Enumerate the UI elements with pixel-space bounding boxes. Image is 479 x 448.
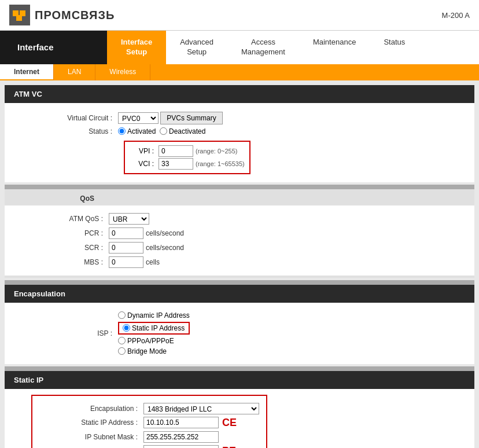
isp-bridge-label[interactable]: Bridge Mode bbox=[118, 347, 190, 355]
scr-row: SCR : cells/second bbox=[5, 242, 474, 254]
vpi-input[interactable] bbox=[159, 145, 193, 157]
virtual-circuit-label: Virtual Circuit : bbox=[14, 114, 118, 122]
isp-row: ISP : Dynamic IP Address Static IP Addre… bbox=[14, 311, 465, 355]
pvcs-summary-button[interactable]: PVCs Summary bbox=[160, 112, 222, 124]
mbs-label: MBS : bbox=[5, 258, 109, 266]
nav-bar: Interface Interface Setup AdvancedSetup … bbox=[0, 31, 479, 80]
isp-label: ISP : bbox=[14, 329, 118, 337]
atm-qos-label: ATM QoS : bbox=[5, 215, 109, 223]
content: ATM VC Virtual Circuit : PVC0 PVCs Summa… bbox=[0, 80, 479, 448]
isp-static-ip-label[interactable]: Static IP Address bbox=[118, 322, 190, 335]
isp-pppoa-label[interactable]: PPPoA/PPPoE bbox=[118, 337, 190, 345]
tab-maintenance[interactable]: Maintenance bbox=[299, 31, 370, 64]
virtual-circuit-row: Virtual Circuit : PVC0 PVCs Summary bbox=[14, 112, 465, 124]
virtual-circuit-select[interactable]: PVC0 bbox=[118, 112, 159, 124]
tab-advanced-setup[interactable]: AdvancedSetup bbox=[166, 31, 227, 64]
header: ПРОМСВЯЗЬ M-200 A bbox=[0, 0, 479, 31]
isp-dynamic-ip-label[interactable]: Dynamic IP Address bbox=[118, 311, 190, 320]
status-label: Status : bbox=[14, 127, 118, 135]
isp-pppoa-radio[interactable] bbox=[118, 337, 126, 344]
tab-status[interactable]: Status bbox=[370, 31, 419, 64]
isp-bridge-radio[interactable] bbox=[118, 347, 126, 355]
static-ip-header: Static IP bbox=[5, 371, 474, 389]
status-row: Status : Activated Deactivated bbox=[14, 127, 465, 135]
pcr-row: PCR : cells/second bbox=[5, 227, 474, 239]
static-ip-address-input[interactable] bbox=[143, 417, 219, 428]
isp-static-ip-radio[interactable] bbox=[123, 324, 130, 332]
qos-body: QoS ATM QoS : UBR CBR VBR PCR : cells/se… bbox=[5, 189, 474, 278]
vci-row: VCI : (range: 1~65535) bbox=[130, 158, 245, 170]
sub-nav-internet[interactable]: Internet bbox=[0, 64, 54, 80]
nav-section-label: Interface bbox=[0, 31, 107, 64]
pcr-label: PCR : bbox=[5, 229, 109, 237]
mbs-input[interactable] bbox=[109, 256, 143, 268]
gateway-input[interactable] bbox=[143, 445, 219, 448]
tab-access-management[interactable]: AccessManagement bbox=[227, 31, 299, 64]
mbs-row: MBS : cells bbox=[5, 256, 474, 268]
vpi-label: VPI : bbox=[130, 147, 159, 155]
encap-label: Encapsulation : bbox=[39, 405, 143, 413]
vci-input[interactable] bbox=[159, 158, 193, 170]
section-divider-1 bbox=[5, 185, 474, 189]
scr-input[interactable] bbox=[109, 242, 143, 254]
static-ip-address-row: Static IP Address : CE bbox=[39, 417, 259, 429]
vpi-range: (range: 0~255) bbox=[196, 148, 237, 155]
sub-nav-wireless[interactable]: Wireless bbox=[95, 64, 150, 80]
ip-subnet-mask-input[interactable] bbox=[143, 431, 219, 443]
static-ip-body: Encapsulation : 1483 Bridged IP LLC 1483… bbox=[5, 389, 474, 448]
svg-rect-2 bbox=[16, 15, 22, 21]
encapsulation-header: Encapsulation bbox=[5, 285, 474, 303]
scr-label: SCR : bbox=[5, 244, 109, 252]
encap-row: Encapsulation : 1483 Bridged IP LLC 1483… bbox=[39, 403, 259, 414]
sub-nav-lan[interactable]: LAN bbox=[54, 64, 95, 80]
pcr-input[interactable] bbox=[109, 227, 143, 239]
vpi-vci-box: VPI : (range: 0~255) VCI : (range: 1~655… bbox=[124, 141, 250, 174]
ip-subnet-mask-row: IP Subnet Mask : bbox=[39, 431, 259, 443]
atm-qos-select[interactable]: UBR CBR VBR bbox=[109, 213, 149, 225]
model-name: M-200 A bbox=[442, 11, 470, 20]
ip-subnet-mask-label: IP Subnet Mask : bbox=[39, 433, 143, 441]
vpi-row: VPI : (range: 0~255) bbox=[130, 145, 245, 157]
atm-qos-row: ATM QoS : UBR CBR VBR bbox=[5, 213, 474, 225]
logo-text: ПРОМСВЯЗЬ bbox=[35, 9, 115, 22]
atm-vc-section: ATM VC Virtual Circuit : PVC0 PVCs Summa… bbox=[5, 85, 474, 182]
section-divider-2 bbox=[5, 280, 474, 285]
encapsulation-body: ISP : Dynamic IP Address Static IP Addre… bbox=[5, 303, 474, 364]
encapsulation-select[interactable]: 1483 Bridged IP LLC 1483 Bridged IP VC-M… bbox=[143, 403, 259, 414]
qos-section-label-row: QoS bbox=[5, 194, 474, 203]
qos-form: ATM QoS : UBR CBR VBR PCR : cells/second… bbox=[5, 205, 474, 276]
vci-label: VCI : bbox=[130, 160, 159, 168]
atm-vc-header: ATM VC bbox=[5, 85, 474, 103]
nav-top: Interface Interface Setup AdvancedSetup … bbox=[0, 31, 479, 64]
isp-dynamic-ip-radio[interactable] bbox=[118, 311, 126, 319]
status-activated-radio[interactable] bbox=[118, 127, 126, 135]
ce-label: CE bbox=[222, 417, 237, 429]
status-activated-label[interactable]: Activated bbox=[118, 127, 156, 135]
qos-label: QoS bbox=[5, 194, 100, 203]
scr-unit: cells/second bbox=[146, 244, 184, 252]
status-deactivated-label[interactable]: Deactivated bbox=[160, 127, 205, 135]
isp-options: Dynamic IP Address Static IP Address PPP… bbox=[118, 311, 190, 355]
static-ip-section: Static IP Encapsulation : 1483 Bridged I… bbox=[5, 371, 474, 448]
static-ip-box: Encapsulation : 1483 Bridged IP LLC 1483… bbox=[31, 395, 267, 448]
vci-range: (range: 1~65535) bbox=[196, 160, 245, 167]
sub-nav: Internet LAN Wireless bbox=[0, 64, 479, 80]
logo-icon bbox=[9, 5, 30, 25]
pe-label: PE bbox=[222, 445, 236, 448]
gateway-row: Gateway : PE bbox=[39, 445, 259, 448]
atm-vc-body: Virtual Circuit : PVC0 PVCs Summary Stat… bbox=[5, 103, 474, 182]
pcr-unit: cells/second bbox=[146, 229, 184, 237]
mbs-unit: cells bbox=[146, 258, 160, 266]
logo: ПРОМСВЯЗЬ bbox=[9, 5, 115, 25]
tab-interface-setup[interactable]: Interface Setup bbox=[107, 31, 166, 64]
qos-section: QoS ATM QoS : UBR CBR VBR PCR : cells/se… bbox=[5, 189, 474, 278]
static-ip-address-label: Static IP Address : bbox=[39, 418, 143, 427]
section-divider-3 bbox=[5, 366, 474, 371]
status-deactivated-radio[interactable] bbox=[160, 127, 167, 135]
nav-tabs: Interface Setup AdvancedSetup AccessMana… bbox=[107, 31, 479, 64]
encapsulation-section: Encapsulation ISP : Dynamic IP Address S… bbox=[5, 285, 474, 364]
